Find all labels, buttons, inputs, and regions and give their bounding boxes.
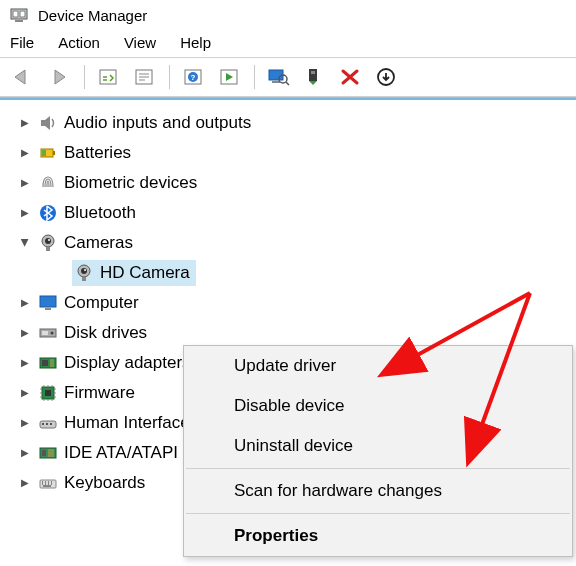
svg-rect-4: [100, 70, 116, 84]
tree-children-cameras: HD Camera: [52, 258, 576, 288]
tree-item-label: Audio inputs and outputs: [64, 114, 251, 132]
context-menu: Update driver Disable device Uninstall d…: [183, 345, 573, 557]
svg-point-26: [84, 269, 86, 271]
tree-item-label: Computer: [64, 294, 139, 312]
tree-item-biometric[interactable]: ▶ Biometric devices: [18, 168, 576, 198]
more-button[interactable]: [369, 62, 403, 92]
tree-item-bluetooth[interactable]: ▶ Bluetooth: [18, 198, 576, 228]
svg-rect-36: [45, 390, 51, 396]
svg-point-31: [51, 332, 54, 335]
collapse-icon[interactable]: ▶: [18, 236, 32, 250]
svg-rect-1: [13, 11, 18, 17]
device-manager-icon: [10, 6, 28, 24]
svg-rect-18: [42, 150, 46, 156]
expand-icon[interactable]: ▶: [18, 476, 32, 490]
expand-icon[interactable]: ▶: [18, 176, 32, 190]
svg-rect-39: [42, 450, 46, 456]
menu-view[interactable]: View: [124, 34, 156, 51]
svg-rect-29: [45, 308, 51, 310]
svg-rect-14: [311, 71, 315, 74]
fingerprint-icon: [38, 173, 58, 193]
menu-update-driver[interactable]: Update driver: [184, 346, 572, 386]
expand-icon[interactable]: ▶: [18, 146, 32, 160]
uninstall-button[interactable]: [333, 62, 367, 92]
svg-rect-34: [42, 360, 48, 366]
action-button[interactable]: [212, 62, 246, 92]
tree-item-label: Biometric devices: [64, 174, 197, 192]
forward-button[interactable]: [42, 62, 76, 92]
toolbar-separator: [169, 65, 170, 89]
expand-icon[interactable]: ▶: [18, 326, 32, 340]
svg-rect-32: [42, 331, 48, 335]
update-driver-button[interactable]: [297, 62, 331, 92]
svg-point-25: [81, 268, 87, 274]
keyboard-icon: [38, 473, 58, 493]
tree-item-computer[interactable]: ▶ Computer: [18, 288, 576, 318]
menu-file[interactable]: File: [10, 34, 34, 51]
camera-icon: [38, 233, 58, 253]
tree-item-label: Display adapters: [64, 354, 191, 372]
menu-separator: [186, 468, 570, 469]
svg-rect-13: [309, 69, 317, 81]
menu-help[interactable]: Help: [180, 34, 211, 51]
battery-icon: [38, 143, 58, 163]
svg-text:?: ?: [191, 73, 196, 82]
hid-icon: [38, 413, 58, 433]
display-adapter-icon: [38, 353, 58, 373]
expand-icon[interactable]: ▶: [18, 416, 32, 430]
svg-rect-27: [82, 277, 86, 281]
toolbar: ?: [0, 58, 576, 97]
properties-sheet-button[interactable]: [127, 62, 161, 92]
tree-item-cameras[interactable]: ▶ Cameras: [18, 228, 576, 258]
ide-icon: [38, 443, 58, 463]
expand-icon[interactable]: ▶: [18, 116, 32, 130]
tree-item-label: Firmware: [64, 384, 135, 402]
menubar: File Action View Help: [0, 30, 576, 58]
expand-spacer: [52, 266, 66, 280]
show-hidden-button[interactable]: [91, 62, 125, 92]
menu-action[interactable]: Action: [58, 34, 100, 51]
expand-icon[interactable]: ▶: [18, 386, 32, 400]
svg-rect-28: [40, 296, 56, 307]
menu-separator: [186, 513, 570, 514]
tree-item-label: Cameras: [64, 234, 133, 252]
bluetooth-icon: [38, 203, 58, 223]
scan-hardware-button[interactable]: [261, 62, 295, 92]
help-button[interactable]: ?: [176, 62, 210, 92]
tree-item-disk[interactable]: ▶ Disk drives: [18, 318, 576, 348]
speaker-icon: [38, 113, 58, 133]
tree-item-label: Disk drives: [64, 324, 147, 342]
back-button[interactable]: [6, 62, 40, 92]
expand-icon[interactable]: ▶: [18, 296, 32, 310]
monitor-icon: [38, 293, 58, 313]
svg-rect-3: [15, 20, 23, 22]
svg-rect-17: [53, 151, 55, 155]
tree-item-label: Keyboards: [64, 474, 145, 492]
tree-item-batteries[interactable]: ▶ Batteries: [18, 138, 576, 168]
tree-item-label: Batteries: [64, 144, 131, 162]
toolbar-separator: [84, 65, 85, 89]
titlebar: Device Manager: [0, 0, 576, 30]
svg-rect-23: [46, 247, 50, 251]
tree-item-label: HD Camera: [100, 264, 190, 282]
svg-rect-11: [272, 81, 280, 83]
menu-uninstall-device[interactable]: Uninstall device: [184, 426, 572, 466]
svg-point-22: [48, 239, 50, 241]
expand-icon[interactable]: ▶: [18, 356, 32, 370]
window-title: Device Manager: [38, 7, 147, 24]
menu-properties[interactable]: Properties: [184, 516, 572, 556]
toolbar-separator: [254, 65, 255, 89]
menu-disable-device[interactable]: Disable device: [184, 386, 572, 426]
camera-icon: [74, 263, 94, 283]
svg-point-21: [45, 238, 51, 244]
tree-item-audio[interactable]: ▶ Audio inputs and outputs: [18, 108, 576, 138]
chip-icon: [38, 383, 58, 403]
tree-item-label: Bluetooth: [64, 204, 136, 222]
expand-icon[interactable]: ▶: [18, 446, 32, 460]
tree-item-hd-camera[interactable]: HD Camera: [52, 258, 576, 288]
svg-rect-2: [20, 11, 25, 17]
expand-icon[interactable]: ▶: [18, 206, 32, 220]
menu-scan-hardware[interactable]: Scan for hardware changes: [184, 471, 572, 511]
disk-icon: [38, 323, 58, 343]
